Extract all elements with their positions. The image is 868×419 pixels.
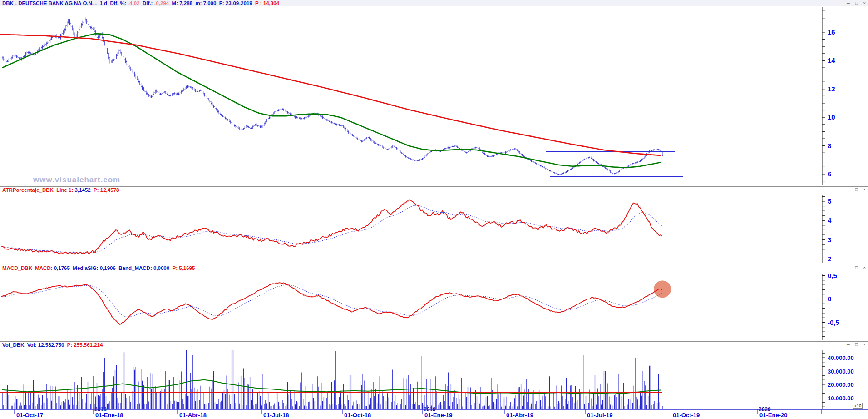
close-button[interactable]: × (863, 187, 866, 192)
svg-text:12: 12 (828, 85, 835, 93)
atr-pane-y-axis[interactable]: 5432 (822, 195, 832, 263)
svg-text:6: 6 (828, 170, 831, 178)
svg-text:14: 14 (828, 56, 835, 64)
pane-separator[interactable] (0, 341, 868, 342)
svg-text:16: 16 (828, 28, 835, 36)
pane-window-controls: ─□× (847, 187, 866, 192)
svg-text:10.000.00: 10.000.00 (828, 395, 854, 402)
date-label: 01-Abr-19 (506, 412, 533, 419)
date-label: 01-Jul-18 (263, 412, 289, 419)
maximize-button[interactable]: □ (855, 187, 858, 192)
svg-text:40.000.00: 40.000.00 (828, 354, 854, 361)
svg-text:20.000.00: 20.000.00 (828, 381, 854, 388)
maximize-button[interactable]: □ (855, 265, 858, 270)
close-button[interactable]: × (863, 342, 866, 347)
maximize-button[interactable]: □ (855, 342, 858, 347)
date-label: 01-Jul-19 (587, 412, 612, 419)
minimize-button[interactable]: ─ (847, 0, 850, 6)
header-segment: Vol_DBK Vol: 12.582.750 (2, 342, 64, 348)
minimize-button[interactable]: ─ (847, 187, 850, 192)
svg-text:4: 4 (828, 216, 832, 224)
svg-text:-0,5: -0,5 (828, 319, 839, 326)
close-button[interactable]: × (863, 265, 866, 270)
macd-crossover-annotation (654, 280, 671, 298)
header-segment: MACD_DBK MACD: (2, 265, 54, 271)
macd-signal-line (1, 285, 662, 317)
date-label: 01-Oct-17 (16, 412, 43, 419)
svg-text:2: 2 (828, 255, 831, 263)
svg-text:10: 10 (828, 113, 835, 121)
price-pane-y-axis[interactable]: 1614121086 (822, 7, 835, 185)
moving-average-red (0, 35, 661, 155)
date-label: 01-Oct-19 (673, 412, 700, 419)
header-segment: MediaSIG: 0,1906 Band_MACD: 0,0000 (70, 265, 169, 271)
minimize-button[interactable]: ─ (847, 265, 850, 270)
pane-window-controls: ─□× (847, 265, 866, 270)
visual-chart-window: DBK - DEUTSCHE BANK AG NA O.N. - 1 d Dif… (0, 0, 868, 419)
svg-text:5: 5 (828, 197, 831, 205)
price-chart[interactable] (0, 17, 683, 176)
svg-text:0: 0 (828, 295, 831, 303)
close-button[interactable]: × (863, 0, 866, 6)
atr-chart[interactable] (1, 200, 662, 254)
header-segment: P: 5,1695 (169, 265, 195, 271)
moving-average-green (2, 34, 661, 168)
header-segment: ATRPorcentaje_DBK Line 1: (2, 187, 75, 193)
header-segment: 0,1765 (54, 265, 70, 271)
charts-canvas[interactable]: 161412108654320,50-0,540.000.0030.000.00… (0, 0, 868, 419)
pane-separator[interactable] (0, 186, 868, 187)
maximize-button[interactable]: □ (855, 0, 858, 6)
pane-separator[interactable] (0, 264, 868, 264)
minimize-button[interactable]: ─ (847, 342, 850, 347)
atr-pane-header: ATRPorcentaje_DBK Line 1: 3,1452 P: 12,4… (2, 187, 119, 193)
volume-scale-multiplier: x10 (853, 403, 863, 409)
macd-line (1, 283, 662, 324)
volume-bars (2, 348, 662, 409)
macd-pane-header: MACD_DBK MACD: 0,1765 MediaSIG: 0,1906 B… (2, 265, 195, 271)
header-segment: P: 12,4578 (91, 187, 119, 193)
pane-window-controls: ─□× (847, 0, 866, 6)
vol-pane-y-axis[interactable]: 40.000.0030.000.0020.000.0010.000.00 (822, 350, 854, 409)
header-segment: 3,1452 (75, 187, 91, 193)
macd-pane-y-axis[interactable]: 0,50-0,5 (822, 272, 839, 341)
svg-text:3: 3 (828, 236, 831, 244)
pane-window-controls: ─□× (847, 342, 866, 347)
date-label: 01-Abr-18 (179, 412, 207, 419)
date-label: 01-Ene-18 (95, 412, 123, 419)
date-label: 01-Ene-20 (760, 412, 787, 419)
atr-line (1, 200, 662, 254)
svg-text:30.000.00: 30.000.00 (828, 368, 854, 375)
volume-pane-header: Vol_DBK Vol: 12.582.750 P: 255.561.214 (2, 342, 103, 348)
svg-text:8: 8 (828, 142, 831, 150)
volume-chart[interactable] (0, 348, 662, 409)
date-label: 01-Oct-18 (344, 412, 371, 419)
svg-text:0,5: 0,5 (828, 272, 837, 279)
macd-chart[interactable] (0, 280, 671, 324)
header-segment: P: 255.561.214 (64, 342, 103, 348)
date-label: 01-Ene-19 (424, 412, 452, 419)
